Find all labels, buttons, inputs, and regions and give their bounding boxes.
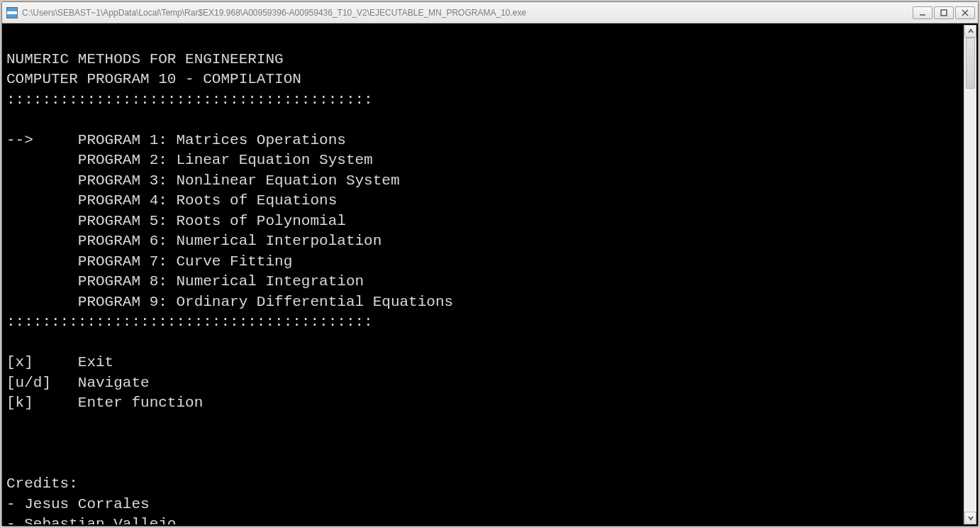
close-button[interactable] (955, 6, 975, 19)
close-icon (962, 9, 969, 16)
chevron-down-icon (968, 515, 974, 521)
scroll-track[interactable] (964, 38, 976, 512)
vertical-scrollbar[interactable] (964, 25, 976, 524)
window: C:\Users\SEBAST~1\AppData\Local\Temp\Rar… (1, 1, 979, 527)
window-title: C:\Users\SEBAST~1\AppData\Local\Temp\Rar… (22, 8, 908, 18)
minimize-button[interactable] (913, 6, 932, 19)
titlebar: C:\Users\SEBAST~1\AppData\Local\Temp\Rar… (2, 2, 978, 23)
window-buttons (913, 6, 975, 19)
console-area: NUMERIC METHODS FOR ENGINEERING COMPUTER… (2, 23, 978, 526)
console-output: NUMERIC METHODS FOR ENGINEERING COMPUTER… (6, 29, 961, 524)
scroll-thumb[interactable] (966, 38, 975, 89)
app-icon (6, 7, 18, 18)
minimize-icon (919, 9, 926, 16)
svg-rect-1 (941, 10, 947, 16)
maximize-button[interactable] (934, 6, 954, 19)
maximize-icon (940, 9, 947, 16)
chevron-up-icon (968, 28, 974, 34)
console[interactable]: NUMERIC METHODS FOR ENGINEERING COMPUTER… (4, 25, 964, 524)
scroll-down-button[interactable] (964, 512, 976, 524)
scroll-up-button[interactable] (964, 25, 976, 38)
